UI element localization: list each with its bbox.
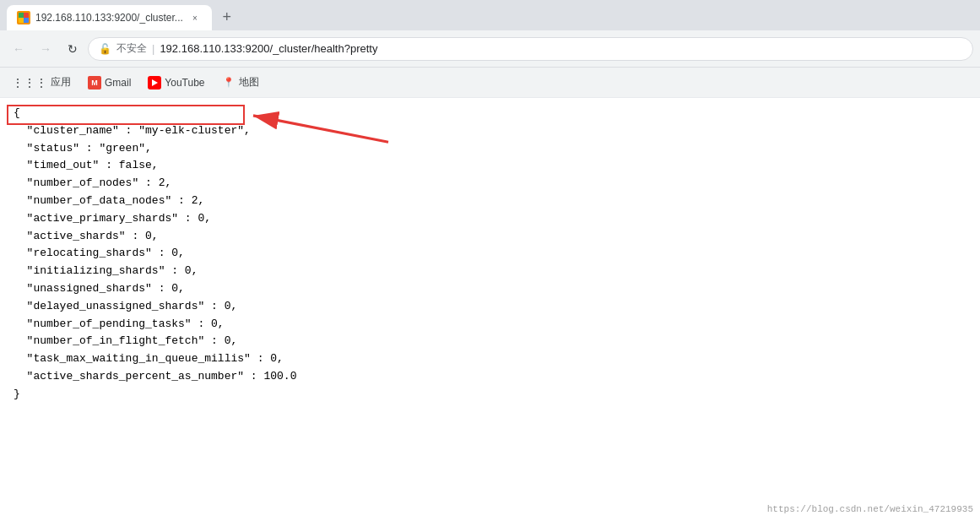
json-line: "active_primary_shards" : 0,: [14, 210, 966, 228]
tab-title: 192.168.110.133:9200/_cluster...: [35, 12, 183, 24]
gmail-label: Gmail: [105, 77, 131, 89]
tab-favicon: [17, 11, 30, 24]
nav-bar: ← → ↻ 🔓 不安全 | 192.168.110.133:9200/_clus…: [0, 30, 980, 68]
url-divider: |: [152, 42, 154, 55]
json-line: "number_of_data_nodes" : 2,: [14, 193, 966, 210]
bookmark-youtube[interactable]: YouTube: [143, 74, 209, 91]
page-content: { "cluster_name" : "my-elk-cluster", "st…: [0, 98, 980, 521]
active-tab[interactable]: 192.168.110.133:9200/_cluster... ×: [7, 5, 212, 30]
forward-button[interactable]: →: [34, 37, 57, 61]
json-line: "status" : "green",: [14, 140, 966, 158]
new-tab-button[interactable]: +: [215, 5, 239, 29]
maps-label: 地图: [239, 75, 259, 90]
bookmark-apps[interactable]: ⋮⋮⋮ 应用: [7, 73, 76, 91]
json-line: "initializing_shards" : 0,: [14, 263, 966, 280]
bookmark-gmail[interactable]: M Gmail: [83, 74, 136, 91]
json-line: "number_of_nodes" : 2,: [14, 175, 966, 193]
gmail-icon: M: [88, 76, 101, 90]
maps-icon: 📍: [222, 76, 236, 90]
json-line: "number_of_in_flight_fetch" : 0,: [14, 333, 966, 350]
tab-bar: 192.168.110.133:9200/_cluster... × +: [0, 0, 980, 30]
security-icon: 🔓: [99, 43, 111, 55]
bookmark-maps[interactable]: 📍 地图: [217, 73, 264, 91]
json-line: "delayed_unassigned_shards" : 0,: [14, 298, 966, 316]
back-button[interactable]: ←: [7, 37, 30, 61]
json-line: "active_shards" : 0,: [14, 228, 966, 246]
security-text: 不安全: [116, 41, 147, 56]
json-line: "cluster_name" : "my-elk-cluster",: [14, 122, 966, 140]
browser-frame: 192.168.110.133:9200/_cluster... × + ← →…: [0, 0, 980, 521]
json-display: { "cluster_name" : "my-elk-cluster", "st…: [14, 105, 966, 404]
address-bar[interactable]: 🔓 不安全 | 192.168.110.133:9200/_cluster/he…: [88, 37, 973, 61]
youtube-label: YouTube: [165, 77, 204, 89]
apps-label: 应用: [51, 75, 71, 90]
reload-button[interactable]: ↻: [61, 37, 84, 61]
youtube-icon: [148, 76, 161, 90]
bookmarks-bar: ⋮⋮⋮ 应用 M Gmail YouTube 📍 地图: [0, 68, 980, 98]
json-line: {: [14, 105, 966, 122]
apps-grid-icon: ⋮⋮⋮: [12, 76, 47, 90]
url-text: 192.168.110.133:9200/_cluster/health?pre…: [160, 42, 962, 55]
json-line: "number_of_pending_tasks" : 0,: [14, 316, 966, 334]
json-line: "timed_out" : false,: [14, 157, 966, 175]
json-line: }: [14, 386, 966, 404]
json-line: "active_shards_percent_as_number" : 100.…: [14, 368, 966, 386]
json-line: "unassigned_shards" : 0,: [14, 280, 966, 298]
watermark: https://blog.csdn.net/weixin_47219935: [767, 502, 973, 518]
json-line: "task_max_waiting_in_queue_millis" : 0,: [14, 350, 966, 368]
tab-close-button[interactable]: ×: [188, 11, 202, 24]
json-line: "relocating_shards" : 0,: [14, 245, 966, 263]
